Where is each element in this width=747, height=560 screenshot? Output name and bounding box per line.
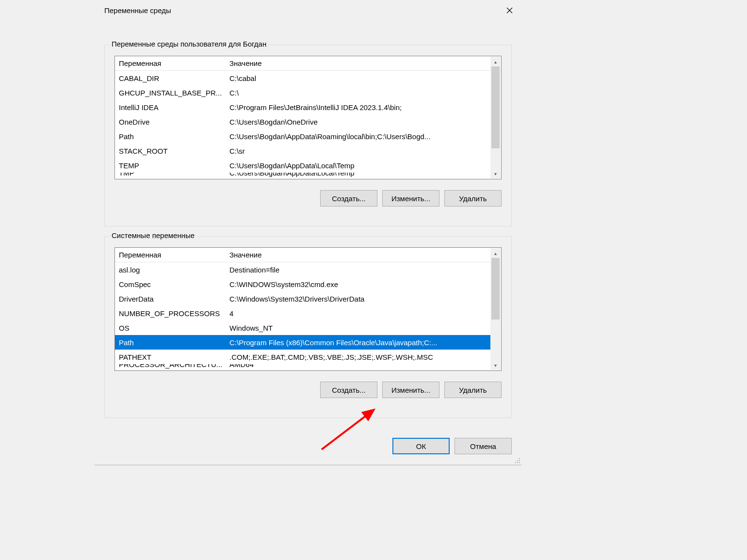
cell-variable: NUMBER_OF_PROCESSORS bbox=[119, 309, 229, 318]
close-button[interactable] bbox=[499, 3, 520, 17]
cell-variable: GHCUP_INSTALL_BASE_PR... bbox=[119, 89, 229, 97]
svg-point-4 bbox=[515, 462, 516, 463]
svg-point-5 bbox=[517, 462, 518, 463]
ok-button[interactable]: ОК bbox=[392, 438, 450, 454]
scrollbar[interactable]: ▴ ▾ bbox=[490, 57, 501, 178]
cell-value: C:\Windows\System32\Drivers\DriverData bbox=[229, 295, 490, 303]
cell-variable: TEMP bbox=[119, 161, 229, 170]
cell-value: C:\Program Files (x86)\Common Files\Orac… bbox=[229, 338, 490, 347]
table-row[interactable]: PathC:\Users\Bogdan\AppData\Roaming\loca… bbox=[115, 129, 490, 144]
svg-point-3 bbox=[519, 460, 520, 461]
table-row[interactable]: GHCUP_INSTALL_BASE_PR...C:\ bbox=[115, 85, 490, 100]
cell-variable: DriverData bbox=[119, 295, 229, 303]
table-row[interactable]: asl.logDestination=file bbox=[115, 262, 490, 277]
sys-delete-button[interactable]: Удалить bbox=[444, 382, 502, 398]
cell-variable: STACK_ROOT bbox=[119, 147, 229, 155]
cell-variable: CABAL_DIR bbox=[119, 74, 229, 82]
table-row[interactable]: OneDriveC:\Users\Bogdan\OneDrive bbox=[115, 114, 490, 129]
sys-new-button[interactable]: Создать... bbox=[320, 382, 377, 398]
cell-value: AMD64 bbox=[229, 364, 490, 368]
cell-value: Destination=file bbox=[229, 266, 490, 274]
table-row[interactable]: OSWindows_NT bbox=[115, 320, 490, 335]
cell-value: C:\ bbox=[229, 89, 490, 97]
system-vars-legend: Системные переменные bbox=[110, 231, 196, 240]
scroll-thumb[interactable] bbox=[491, 66, 500, 148]
cell-variable: IntelliJ IDEA bbox=[119, 103, 229, 112]
cell-value: C:\Program Files\JetBrains\IntelliJ IDEA… bbox=[229, 103, 490, 112]
system-vars-groupbox: Системные переменные Переменная Значение… bbox=[104, 236, 512, 418]
table-row[interactable]: NUMBER_OF_PROCESSORS4 bbox=[115, 306, 490, 320]
cell-variable: Path bbox=[119, 132, 229, 141]
cell-variable: PATHEXT bbox=[119, 353, 229, 361]
svg-point-2 bbox=[517, 460, 518, 461]
table-row[interactable]: CABAL_DIRC:\cabal bbox=[115, 71, 490, 85]
scroll-thumb[interactable] bbox=[491, 258, 500, 320]
table-row[interactable]: STACK_ROOTC:\sr bbox=[115, 144, 490, 158]
system-vars-buttons: Создать... Изменить... Удалить bbox=[114, 382, 502, 398]
listview-header: Переменная Значение bbox=[115, 248, 501, 262]
scroll-up-icon[interactable]: ▴ bbox=[490, 57, 501, 66]
table-row[interactable]: PATHEXT.COM;.EXE;.BAT;.CMD;.VBS;.VBE;.JS… bbox=[115, 350, 490, 364]
resize-grip-icon bbox=[514, 457, 520, 464]
cell-value: C:\WINDOWS\system32\cmd.exe bbox=[229, 280, 490, 288]
cell-value: C:\Users\Bogdan\AppData\Roaming\local\bi… bbox=[229, 132, 490, 141]
cancel-button[interactable]: Отмена bbox=[455, 438, 512, 454]
user-vars-buttons: Создать... Изменить... Удалить bbox=[114, 190, 502, 207]
scrollbar[interactable]: ▴ ▾ bbox=[490, 248, 501, 370]
cell-value: 4 bbox=[229, 309, 490, 318]
cell-variable: asl.log bbox=[119, 266, 229, 274]
dialog-title: Переменные среды bbox=[104, 6, 171, 15]
cell-variable: Path bbox=[119, 338, 229, 347]
cell-value: C:\sr bbox=[229, 147, 490, 155]
user-vars-listview[interactable]: Переменная Значение CABAL_DIRC:\cabalGHC… bbox=[114, 56, 502, 179]
svg-point-6 bbox=[519, 462, 520, 463]
scroll-down-icon[interactable]: ▾ bbox=[490, 360, 501, 370]
column-header-value[interactable]: Значение bbox=[229, 59, 501, 67]
scroll-up-icon[interactable]: ▴ bbox=[490, 248, 501, 258]
table-row[interactable]: PathC:\Program Files (x86)\Common Files\… bbox=[115, 335, 490, 350]
cell-value: C:\Users\Bogdan\AppData\Local\Temp bbox=[229, 173, 490, 177]
user-delete-button[interactable]: Удалить bbox=[444, 190, 502, 207]
listview-header: Переменная Значение bbox=[115, 56, 501, 71]
column-header-value[interactable]: Значение bbox=[229, 251, 501, 259]
close-icon bbox=[506, 7, 513, 14]
user-edit-button[interactable]: Изменить... bbox=[382, 190, 439, 207]
env-vars-dialog: Переменные среды Переменные среды пользо… bbox=[95, 0, 521, 463]
user-new-button[interactable]: Создать... bbox=[320, 190, 377, 207]
table-row[interactable]: ComSpecC:\WINDOWS\system32\cmd.exe bbox=[115, 277, 490, 291]
cell-value: C:\Users\Bogdan\AppData\Local\Temp bbox=[229, 161, 490, 170]
dialog-main-buttons: ОК Отмена bbox=[392, 438, 512, 454]
table-row[interactable]: IntelliJ IDEAC:\Program Files\JetBrains\… bbox=[115, 100, 490, 114]
cell-variable: PROCESSOR_ARCHITECTU... bbox=[119, 364, 229, 368]
cell-variable: TMP bbox=[119, 173, 229, 177]
column-header-variable[interactable]: Переменная bbox=[119, 59, 229, 67]
sys-edit-button[interactable]: Изменить... bbox=[382, 382, 439, 398]
table-row[interactable]: TEMPC:\Users\Bogdan\AppData\Local\Temp bbox=[115, 158, 490, 173]
table-row[interactable]: DriverDataC:\Windows\System32\Drivers\Dr… bbox=[115, 291, 490, 306]
cell-value: C:\Users\Bogdan\OneDrive bbox=[229, 118, 490, 126]
column-header-variable[interactable]: Переменная bbox=[119, 251, 229, 259]
cell-variable: OS bbox=[119, 324, 229, 332]
svg-point-1 bbox=[519, 458, 520, 459]
cell-value: Windows_NT bbox=[229, 324, 490, 332]
scroll-down-icon[interactable]: ▾ bbox=[490, 169, 501, 178]
cell-variable: ComSpec bbox=[119, 280, 229, 288]
system-vars-listview[interactable]: Переменная Значение asl.logDestination=f… bbox=[114, 247, 502, 371]
cell-value: C:\cabal bbox=[229, 74, 490, 82]
title-bar: Переменные среды bbox=[95, 0, 521, 20]
user-vars-legend: Переменные среды пользователя для Богдан bbox=[110, 40, 268, 48]
cell-variable: OneDrive bbox=[119, 118, 229, 126]
table-row[interactable]: PROCESSOR_ARCHITECTU...AMD64 bbox=[115, 364, 490, 370]
table-row[interactable]: TMPC:\Users\Bogdan\AppData\Local\Temp bbox=[115, 173, 490, 179]
cell-value: .COM;.EXE;.BAT;.CMD;.VBS;.VBE;.JS;.JSE;.… bbox=[229, 353, 490, 361]
user-vars-groupbox: Переменные среды пользователя для Богдан… bbox=[104, 45, 512, 226]
